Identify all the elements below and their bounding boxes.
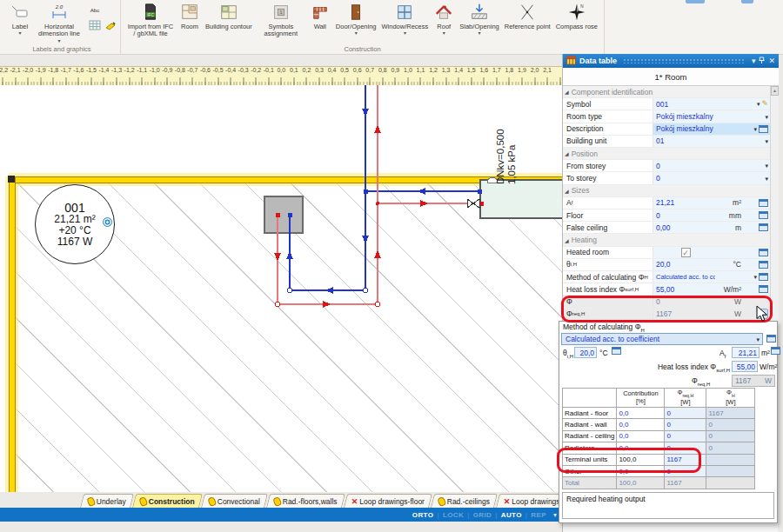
contribution-cell[interactable]: 0,0 bbox=[617, 419, 665, 430]
radiator-block[interactable] bbox=[264, 196, 303, 233]
property-value[interactable]: Pokój mieszkalny bbox=[653, 123, 715, 135]
tab-underlay[interactable]: Underlay bbox=[80, 494, 134, 508]
ribbon-button-label[interactable]: Label▾ bbox=[9, 1, 31, 37]
property-value[interactable]: 21,21 bbox=[653, 197, 715, 209]
pin-icon[interactable] bbox=[759, 57, 765, 66]
status-toggle-auto[interactable]: AUTO bbox=[501, 511, 522, 519]
table-row-radiant-floor[interactable]: Radiant - floor0,001167 bbox=[563, 408, 755, 419]
ribbon-button-slab-opening[interactable]: Slab/Opening▾ bbox=[458, 1, 499, 37]
ribbon-button-room[interactable]: Room bbox=[178, 1, 201, 31]
property-value[interactable]: Calculated acc. to coefficient bbox=[653, 271, 715, 283]
edit-pencil-icon[interactable]: ✎ bbox=[761, 100, 768, 108]
open-dialog-icon[interactable] bbox=[759, 211, 768, 219]
open-dialog-icon[interactable] bbox=[759, 261, 768, 269]
window-recess[interactable] bbox=[480, 180, 563, 218]
property-row-i-h[interactable]: θi,H20,0°C bbox=[563, 259, 770, 271]
brush-icon[interactable] bbox=[104, 19, 117, 30]
checkbox[interactable]: ✓ bbox=[681, 248, 691, 257]
room-label-bubble[interactable]: 001 21,21 m² +20 °C 1167 W bbox=[35, 184, 115, 264]
open-dialog-icon[interactable] bbox=[612, 347, 621, 355]
status-toggle-orto[interactable]: ORTO bbox=[412, 511, 434, 519]
property-value[interactable]: 20,0 bbox=[653, 259, 715, 270]
property-row-req-h[interactable]: Φreq,H1167W▼ bbox=[563, 309, 770, 321]
property-value[interactable]: 55,00 bbox=[653, 283, 715, 295]
section-expand-icon[interactable]: ◢ bbox=[565, 188, 569, 194]
property-row-heated-room[interactable]: Heated room✓ bbox=[563, 247, 770, 259]
property-value[interactable]: 01 bbox=[653, 136, 715, 147]
panel-menu-icon[interactable]: ▾ bbox=[752, 57, 756, 65]
property-row-a-f[interactable]: Af21,21m² bbox=[563, 197, 770, 209]
property-value[interactable]: Pokój mieszkalny bbox=[653, 110, 715, 122]
open-dialog-icon[interactable] bbox=[759, 223, 768, 231]
table-row-radiant-ceiling[interactable]: Radiant - ceiling0,000 bbox=[563, 430, 755, 442]
ribbon-button-compass-rose[interactable]: NCompass rose bbox=[555, 1, 599, 31]
property-value[interactable]: 0 bbox=[653, 172, 715, 183]
valve-icon[interactable] bbox=[467, 199, 479, 208]
property-row-false-ceiling[interactable]: False ceiling0,00m bbox=[563, 222, 770, 234]
chevron-down-icon[interactable]: ▾ bbox=[757, 101, 760, 107]
tab-loop-drawings-floor[interactable]: ✕Loop drawings-floor bbox=[344, 494, 432, 508]
contribution-cell[interactable]: 0,0 bbox=[617, 442, 665, 454]
panel-titlebar[interactable]: Data table ▾ ✕ bbox=[563, 54, 779, 68]
chevron-down-icon[interactable]: ▾ bbox=[443, 30, 445, 36]
section-expand-icon[interactable]: ◢ bbox=[565, 89, 569, 95]
open-dialog-icon[interactable] bbox=[771, 347, 780, 355]
chevron-down-icon[interactable]: ▾ bbox=[404, 30, 406, 36]
contribution-cell[interactable]: 0,0 bbox=[617, 465, 665, 476]
chevron-down-icon[interactable]: ▾ bbox=[355, 30, 358, 36]
ribbon-button-horizontal-dimension-line[interactable]: 2.0Horizontal dimension line▾ bbox=[35, 1, 84, 44]
abc-icon[interactable]: Abc bbox=[88, 4, 101, 16]
property-value[interactable]: 0 bbox=[653, 296, 715, 307]
property-row-method-of-calculating-h[interactable]: Method of calculating ΦHCalculated acc. … bbox=[563, 271, 770, 283]
table-row-radiators[interactable]: Radiators0,000 bbox=[563, 442, 755, 454]
status-toggle-rep[interactable]: REP bbox=[531, 511, 546, 519]
chevron-down-icon[interactable]: ▾ bbox=[765, 163, 768, 169]
property-value[interactable]: 1167 bbox=[653, 309, 715, 320]
open-dialog-icon[interactable] bbox=[766, 335, 776, 342]
heat-loss-index-field[interactable]: 55,00 bbox=[732, 361, 758, 372]
chevron-down-icon[interactable]: ▾ bbox=[753, 126, 757, 132]
chevron-down-icon[interactable]: ▾ bbox=[765, 138, 768, 144]
ribbon-button-building-contour[interactable]: Building contour bbox=[204, 1, 253, 31]
property-value[interactable]: 0,00 bbox=[653, 222, 715, 233]
property-row-heat-loss-index-surf-h[interactable]: Heat loss index Φsurf,H55,00W/m² bbox=[563, 283, 770, 296]
section-sizes[interactable]: ◢Sizes bbox=[563, 185, 770, 197]
contribution-cell[interactable]: 100,0 bbox=[617, 454, 665, 465]
ribbon-button-window-recess[interactable]: Window/Recess▾ bbox=[381, 1, 430, 37]
ribbon-button-reference-point[interactable]: Reference point bbox=[504, 1, 552, 31]
ribbon-button-symbols-assignment[interactable]: 1Symbols assignment bbox=[257, 1, 305, 39]
rotate-handle-icon[interactable] bbox=[103, 217, 112, 227]
property-value[interactable]: ✓ bbox=[653, 247, 715, 258]
tab-rad-floors-walls[interactable]: Rad.-floors,walls bbox=[266, 494, 345, 508]
return-pipe[interactable] bbox=[278, 85, 467, 304]
chevron-down-icon[interactable]: ▾ bbox=[765, 114, 768, 120]
property-row-building-unit[interactable]: Building unit01▾ bbox=[563, 136, 770, 148]
contribution-cell[interactable]: 100,0 bbox=[617, 477, 665, 489]
section-component-identification[interactable]: ◢Component identification bbox=[563, 86, 770, 98]
area-field[interactable]: 21,21 bbox=[732, 347, 760, 358]
status-toggle-grid[interactable]: GRID bbox=[473, 511, 492, 519]
table-row-other[interactable]: Other0,00 bbox=[563, 465, 755, 476]
property-row-to-storey[interactable]: To storey0▾ bbox=[563, 172, 770, 184]
section-heating[interactable]: ◢Heating bbox=[563, 234, 770, 246]
phi-req-dropdown-button[interactable]: ▼ bbox=[757, 309, 768, 319]
wall-vertical[interactable] bbox=[9, 176, 15, 492]
property-value[interactable]: 001 bbox=[653, 98, 715, 110]
pipe-dimension-label[interactable]: DNkv=0,500 1,05 kPa bbox=[495, 111, 519, 184]
property-row-symbol[interactable]: Symbol001▾✎ bbox=[563, 98, 770, 110]
table-row-total[interactable]: Total100,01167 bbox=[563, 477, 755, 489]
ribbon-button-door-opening[interactable]: Door/Opening▾ bbox=[335, 1, 378, 37]
property-value[interactable]: 0 bbox=[653, 209, 715, 221]
ribbon-button-roof[interactable]: Roof▾ bbox=[432, 1, 455, 37]
table-row-radiant-wall[interactable]: Radiant - wall0,000 bbox=[563, 419, 755, 430]
section-expand-icon[interactable]: ◢ bbox=[565, 237, 569, 243]
property-row-floor[interactable]: Floor0mm bbox=[563, 209, 770, 222]
method-combobox[interactable]: Calculated acc. to coefficient ▾ bbox=[561, 333, 763, 345]
scrollbar-up-button[interactable]: ▲ bbox=[771, 86, 779, 96]
chevron-down-icon[interactable]: ▾ bbox=[57, 38, 60, 43]
statusbar-dropdown[interactable]: ▾ bbox=[553, 511, 557, 519]
contribution-cell[interactable]: 0,0 bbox=[617, 408, 665, 419]
property-value[interactable]: 0 bbox=[653, 160, 715, 171]
open-dialog-icon[interactable] bbox=[759, 199, 768, 207]
tab-construction[interactable]: Construction bbox=[132, 494, 203, 508]
